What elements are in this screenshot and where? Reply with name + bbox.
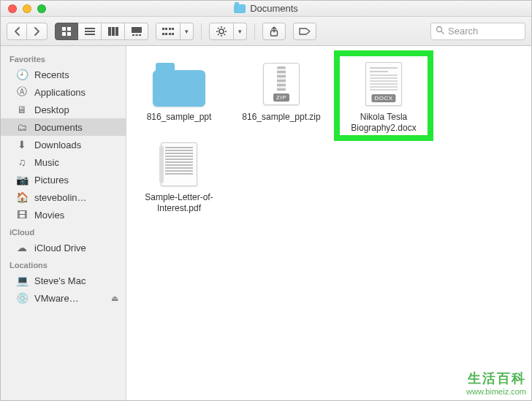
svg-rect-15 bbox=[165, 28, 167, 30]
svg-rect-11 bbox=[132, 34, 134, 36]
sidebar-item-label: Downloads bbox=[34, 140, 81, 150]
sidebar-item-icloud-drive[interactable]: ☁︎iCloud Drive bbox=[1, 239, 126, 256]
applications-icon: Ⓐ bbox=[15, 85, 28, 99]
sidebar-item-label: stevebolin… bbox=[34, 192, 87, 203]
folder-icon bbox=[150, 61, 208, 107]
computer-icon: 💻 bbox=[15, 275, 28, 286]
file-name: 816_sample_ppt.zip bbox=[242, 112, 320, 123]
svg-rect-3 bbox=[67, 32, 71, 36]
toolbar-divider bbox=[254, 23, 255, 39]
file-grid[interactable]: 816_sample_ppt ZIP 816_sample_ppt.zip DO… bbox=[126, 46, 531, 400]
pictures-icon: 📷 bbox=[15, 174, 28, 186]
sidebar-item-movies[interactable]: 🎞Movies bbox=[1, 206, 126, 224]
sidebar-item-recents[interactable]: 🕘Recents bbox=[1, 66, 126, 83]
clock-icon: 🕘 bbox=[15, 69, 28, 80]
search-field[interactable]: Search bbox=[430, 23, 525, 40]
forward-button[interactable] bbox=[27, 23, 48, 40]
svg-rect-4 bbox=[85, 28, 95, 29]
gear-icon-svg bbox=[216, 26, 227, 37]
file-item[interactable]: DOCX Nikola Tesla Biography2.docx bbox=[341, 61, 426, 134]
titlebar[interactable]: Documents bbox=[1, 1, 531, 17]
sidebar-item-label: Recents bbox=[34, 69, 69, 80]
svg-rect-16 bbox=[169, 28, 171, 30]
finder-window: Documents bbox=[0, 0, 532, 401]
svg-point-32 bbox=[437, 27, 442, 32]
svg-rect-20 bbox=[169, 33, 171, 35]
documents-icon: 🗂 bbox=[15, 121, 28, 133]
grid-icon bbox=[61, 26, 72, 37]
chevron-right-icon bbox=[34, 27, 40, 36]
zoom-window-button[interactable] bbox=[37, 4, 46, 13]
window-controls bbox=[1, 4, 46, 13]
list-view-button[interactable] bbox=[78, 23, 102, 40]
column-view-button[interactable] bbox=[102, 23, 125, 40]
sidebar-item-label: VMware… bbox=[34, 293, 79, 304]
chevron-left-icon bbox=[14, 27, 20, 36]
sidebar-item-music[interactable]: ♫Music bbox=[1, 153, 126, 171]
file-name: 816_sample_ppt bbox=[147, 112, 212, 123]
sidebar-item-home[interactable]: 🏠stevebolin… bbox=[1, 188, 126, 206]
chevron-down-icon: ▾ bbox=[234, 23, 247, 40]
svg-rect-12 bbox=[135, 34, 137, 36]
sidebar-item-label: Steve's Mac bbox=[34, 275, 86, 286]
window-title: Documents bbox=[1, 3, 531, 14]
sidebar: Favorites 🕘Recents ⒶApplications 🖥Deskto… bbox=[1, 46, 126, 400]
close-window-button[interactable] bbox=[8, 4, 17, 13]
columns-icon bbox=[108, 27, 118, 36]
file-name: Sample-Letter-of-Interest.pdf bbox=[137, 192, 221, 214]
gallery-view-button[interactable] bbox=[125, 23, 148, 40]
search-placeholder: Search bbox=[448, 26, 478, 37]
sidebar-item-label: Applications bbox=[34, 87, 86, 98]
folder-icon bbox=[234, 4, 246, 13]
home-icon: 🏠 bbox=[15, 191, 28, 203]
tags-button[interactable] bbox=[293, 23, 316, 40]
svg-rect-17 bbox=[172, 28, 174, 30]
svg-line-33 bbox=[441, 31, 444, 34]
sidebar-item-applications[interactable]: ⒶApplications bbox=[1, 83, 126, 101]
sidebar-item-label: Documents bbox=[34, 122, 83, 133]
share-icon bbox=[270, 26, 278, 37]
svg-rect-9 bbox=[115, 27, 118, 36]
sidebar-item-desktop[interactable]: 🖥Desktop bbox=[1, 101, 126, 118]
sidebar-item-this-mac[interactable]: 💻Steve's Mac bbox=[1, 272, 126, 289]
svg-rect-8 bbox=[112, 27, 115, 36]
sidebar-item-label: Pictures bbox=[34, 175, 69, 186]
svg-line-30 bbox=[224, 28, 226, 29]
action-menu[interactable]: ▾ bbox=[209, 23, 247, 40]
downloads-icon: ⬇︎ bbox=[15, 139, 28, 150]
nav-buttons bbox=[7, 23, 48, 40]
sidebar-section-locations: Locations bbox=[1, 256, 126, 272]
eject-icon[interactable]: ⏏ bbox=[111, 294, 118, 303]
tag-icon bbox=[299, 27, 311, 36]
sidebar-item-downloads[interactable]: ⬇︎Downloads bbox=[1, 136, 126, 153]
share-button[interactable] bbox=[262, 23, 286, 40]
file-name: Nikola Tesla Biography2.docx bbox=[341, 112, 426, 134]
svg-rect-14 bbox=[162, 28, 164, 30]
svg-line-29 bbox=[218, 34, 219, 35]
svg-rect-18 bbox=[162, 33, 164, 35]
file-item[interactable]: ZIP 816_sample_ppt.zip bbox=[239, 61, 324, 134]
icon-view-button[interactable] bbox=[55, 23, 78, 40]
toolbar: ▾ ▾ Search bbox=[1, 17, 531, 46]
svg-line-28 bbox=[224, 34, 226, 35]
sidebar-section-icloud: iCloud bbox=[1, 224, 126, 239]
movies-icon: 🎞 bbox=[15, 209, 28, 221]
minimize-window-button[interactable] bbox=[23, 4, 31, 13]
docx-file-icon: DOCX bbox=[354, 61, 413, 107]
file-item[interactable]: 816_sample_ppt bbox=[137, 61, 221, 134]
zip-file-icon: ZIP bbox=[252, 61, 311, 107]
group-by-icon bbox=[156, 23, 180, 40]
sidebar-item-label: iCloud Drive bbox=[34, 242, 86, 253]
svg-rect-7 bbox=[108, 27, 111, 36]
disc-icon: 💿 bbox=[15, 292, 28, 304]
group-icon bbox=[162, 27, 174, 36]
group-by-menu[interactable]: ▾ bbox=[156, 23, 194, 40]
back-button[interactable] bbox=[7, 23, 27, 40]
cloud-icon: ☁︎ bbox=[15, 242, 28, 253]
sidebar-item-vmware[interactable]: 💿VMware…⏏ bbox=[1, 289, 126, 307]
sidebar-item-label: Music bbox=[34, 157, 59, 168]
file-item[interactable]: Sample-Letter-of-Interest.pdf bbox=[137, 141, 221, 214]
sidebar-item-documents[interactable]: 🗂Documents bbox=[1, 118, 126, 136]
sidebar-item-pictures[interactable]: 📷Pictures bbox=[1, 171, 126, 188]
window-body: Favorites 🕘Recents ⒶApplications 🖥Deskto… bbox=[1, 46, 531, 400]
